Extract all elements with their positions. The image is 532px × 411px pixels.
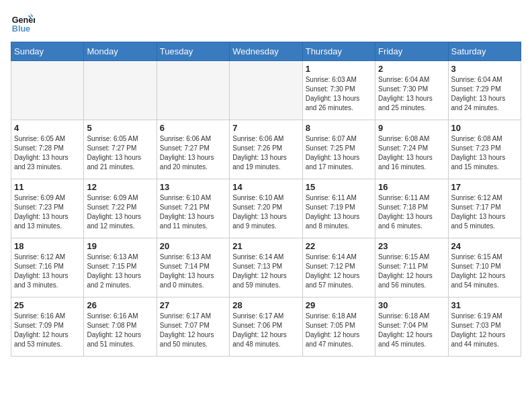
day-number: 14 [232, 182, 299, 192]
day-info: Sunrise: 6:19 AM Sunset: 7:03 PM Dayligh… [451, 312, 518, 349]
day-number: 3 [451, 64, 518, 74]
day-info: Sunrise: 6:14 AM Sunset: 7:12 PM Dayligh… [306, 253, 372, 290]
calendar-cell: 22Sunrise: 6:14 AM Sunset: 7:12 PM Dayli… [302, 238, 375, 298]
calendar-cell: 29Sunrise: 6:18 AM Sunset: 7:05 PM Dayli… [302, 298, 375, 357]
calendar-cell: 12Sunrise: 6:09 AM Sunset: 7:22 PM Dayli… [84, 179, 157, 238]
calendar-cell: 27Sunrise: 6:17 AM Sunset: 7:07 PM Dayli… [157, 298, 229, 357]
logo-icon: General Blue [11, 11, 35, 35]
day-header-sunday: Sunday [11, 42, 84, 61]
calendar-cell [157, 61, 229, 120]
calendar-cell [230, 61, 302, 120]
calendar-cell: 7Sunrise: 6:06 AM Sunset: 7:26 PM Daylig… [230, 120, 302, 179]
calendar-cell: 16Sunrise: 6:11 AM Sunset: 7:18 PM Dayli… [375, 179, 448, 238]
calendar-cell: 28Sunrise: 6:17 AM Sunset: 7:06 PM Dayli… [230, 298, 302, 357]
calendar-week-4: 18Sunrise: 6:12 AM Sunset: 7:16 PM Dayli… [11, 238, 521, 298]
day-number: 19 [87, 241, 153, 251]
calendar-week-5: 25Sunrise: 6:16 AM Sunset: 7:09 PM Dayli… [11, 298, 521, 357]
day-info: Sunrise: 6:04 AM Sunset: 7:30 PM Dayligh… [378, 75, 445, 113]
calendar-cell [84, 61, 157, 120]
day-header-tuesday: Tuesday [157, 42, 229, 61]
calendar-cell: 4Sunrise: 6:05 AM Sunset: 7:28 PM Daylig… [11, 120, 84, 179]
calendar-week-1: 1Sunrise: 6:03 AM Sunset: 7:30 PM Daylig… [11, 61, 521, 120]
calendar-cell: 24Sunrise: 6:15 AM Sunset: 7:10 PM Dayli… [448, 238, 521, 298]
day-number: 7 [232, 123, 299, 133]
day-info: Sunrise: 6:08 AM Sunset: 7:23 PM Dayligh… [451, 134, 518, 172]
day-info: Sunrise: 6:09 AM Sunset: 7:23 PM Dayligh… [14, 193, 81, 231]
calendar-cell: 2Sunrise: 6:04 AM Sunset: 7:30 PM Daylig… [375, 61, 448, 120]
day-info: Sunrise: 6:07 AM Sunset: 7:25 PM Dayligh… [306, 134, 372, 172]
calendar-cell: 9Sunrise: 6:08 AM Sunset: 7:24 PM Daylig… [375, 120, 448, 179]
day-number: 25 [14, 300, 81, 310]
day-number: 11 [14, 182, 81, 192]
calendar-cell: 18Sunrise: 6:12 AM Sunset: 7:16 PM Dayli… [11, 238, 84, 298]
day-number: 13 [160, 182, 226, 192]
calendar-cell: 21Sunrise: 6:14 AM Sunset: 7:13 PM Dayli… [230, 238, 302, 298]
day-info: Sunrise: 6:13 AM Sunset: 7:15 PM Dayligh… [87, 253, 153, 290]
day-info: Sunrise: 6:06 AM Sunset: 7:27 PM Dayligh… [160, 134, 226, 172]
day-header-saturday: Saturday [448, 42, 521, 61]
day-info: Sunrise: 6:16 AM Sunset: 7:08 PM Dayligh… [87, 312, 153, 349]
day-info: Sunrise: 6:15 AM Sunset: 7:10 PM Dayligh… [451, 253, 518, 290]
day-header-friday: Friday [375, 42, 448, 61]
day-number: 22 [306, 241, 372, 251]
day-number: 30 [378, 300, 445, 310]
day-number: 21 [232, 241, 299, 251]
day-number: 1 [306, 64, 372, 74]
day-number: 24 [451, 241, 518, 251]
day-number: 18 [14, 241, 81, 251]
day-number: 17 [451, 182, 518, 192]
day-info: Sunrise: 6:14 AM Sunset: 7:13 PM Dayligh… [232, 253, 299, 290]
calendar-cell: 31Sunrise: 6:19 AM Sunset: 7:03 PM Dayli… [448, 298, 521, 357]
day-info: Sunrise: 6:17 AM Sunset: 7:06 PM Dayligh… [232, 312, 299, 349]
calendar-cell: 25Sunrise: 6:16 AM Sunset: 7:09 PM Dayli… [11, 298, 84, 357]
calendar-cell: 1Sunrise: 6:03 AM Sunset: 7:30 PM Daylig… [302, 61, 375, 120]
day-header-monday: Monday [84, 42, 157, 61]
day-info: Sunrise: 6:06 AM Sunset: 7:26 PM Dayligh… [232, 134, 299, 172]
day-number: 10 [451, 123, 518, 133]
day-number: 8 [306, 123, 372, 133]
day-info: Sunrise: 6:12 AM Sunset: 7:17 PM Dayligh… [451, 193, 518, 231]
day-info: Sunrise: 6:13 AM Sunset: 7:14 PM Dayligh… [160, 253, 226, 290]
day-info: Sunrise: 6:11 AM Sunset: 7:19 PM Dayligh… [306, 193, 372, 231]
day-info: Sunrise: 6:17 AM Sunset: 7:07 PM Dayligh… [160, 312, 226, 349]
day-info: Sunrise: 6:18 AM Sunset: 7:05 PM Dayligh… [306, 312, 372, 349]
day-info: Sunrise: 6:09 AM Sunset: 7:22 PM Dayligh… [87, 193, 153, 231]
day-header-wednesday: Wednesday [230, 42, 302, 61]
calendar-cell: 20Sunrise: 6:13 AM Sunset: 7:14 PM Dayli… [157, 238, 229, 298]
day-number: 2 [378, 64, 445, 74]
calendar-cell: 10Sunrise: 6:08 AM Sunset: 7:23 PM Dayli… [448, 120, 521, 179]
day-info: Sunrise: 6:05 AM Sunset: 7:27 PM Dayligh… [87, 134, 153, 172]
day-number: 4 [14, 123, 81, 133]
svg-text:Blue: Blue [12, 24, 30, 34]
logo: General Blue [11, 11, 35, 35]
day-number: 23 [378, 241, 445, 251]
day-number: 26 [87, 300, 153, 310]
day-info: Sunrise: 6:12 AM Sunset: 7:16 PM Dayligh… [14, 253, 81, 290]
day-info: Sunrise: 6:08 AM Sunset: 7:24 PM Dayligh… [378, 134, 445, 172]
calendar-header-row: SundayMondayTuesdayWednesdayThursdayFrid… [11, 42, 521, 61]
calendar-cell: 8Sunrise: 6:07 AM Sunset: 7:25 PM Daylig… [302, 120, 375, 179]
day-info: Sunrise: 6:10 AM Sunset: 7:20 PM Dayligh… [232, 193, 299, 231]
calendar-cell: 15Sunrise: 6:11 AM Sunset: 7:19 PM Dayli… [302, 179, 375, 238]
day-info: Sunrise: 6:16 AM Sunset: 7:09 PM Dayligh… [14, 312, 81, 349]
calendar-cell: 3Sunrise: 6:04 AM Sunset: 7:29 PM Daylig… [448, 61, 521, 120]
day-number: 20 [160, 241, 226, 251]
day-number: 5 [87, 123, 153, 133]
calendar-cell: 5Sunrise: 6:05 AM Sunset: 7:27 PM Daylig… [84, 120, 157, 179]
calendar-cell: 23Sunrise: 6:15 AM Sunset: 7:11 PM Dayli… [375, 238, 448, 298]
calendar-cell: 17Sunrise: 6:12 AM Sunset: 7:17 PM Dayli… [448, 179, 521, 238]
calendar-cell: 26Sunrise: 6:16 AM Sunset: 7:08 PM Dayli… [84, 298, 157, 357]
day-info: Sunrise: 6:03 AM Sunset: 7:30 PM Dayligh… [306, 75, 372, 113]
page-header: General Blue [11, 11, 521, 35]
day-info: Sunrise: 6:15 AM Sunset: 7:11 PM Dayligh… [378, 253, 445, 290]
calendar-cell: 6Sunrise: 6:06 AM Sunset: 7:27 PM Daylig… [157, 120, 229, 179]
calendar-cell: 13Sunrise: 6:10 AM Sunset: 7:21 PM Dayli… [157, 179, 229, 238]
calendar-cell [11, 61, 84, 120]
day-number: 27 [160, 300, 226, 310]
calendar-table: SundayMondayTuesdayWednesdayThursdayFrid… [11, 42, 521, 357]
calendar-cell: 11Sunrise: 6:09 AM Sunset: 7:23 PM Dayli… [11, 179, 84, 238]
calendar-week-2: 4Sunrise: 6:05 AM Sunset: 7:28 PM Daylig… [11, 120, 521, 179]
day-number: 29 [306, 300, 372, 310]
day-number: 9 [378, 123, 445, 133]
day-info: Sunrise: 6:04 AM Sunset: 7:29 PM Dayligh… [451, 75, 518, 113]
